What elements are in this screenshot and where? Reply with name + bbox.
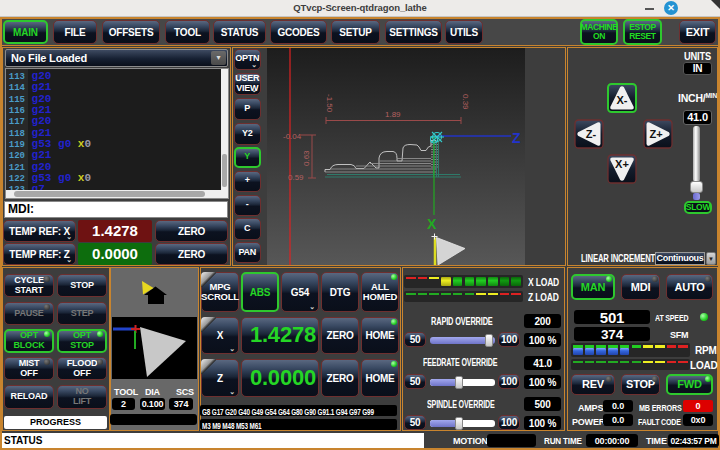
svg-text:X+: X+ [615, 158, 629, 170]
svg-text:Z-: Z- [586, 128, 597, 140]
svg-text:1.89: 1.89 [385, 110, 401, 119]
svg-text:X: X [427, 216, 437, 232]
svg-text:0.39: 0.39 [461, 94, 470, 110]
svg-text:Z: Z [512, 130, 521, 146]
svg-text:-1.50: -1.50 [325, 94, 334, 113]
svg-text:X-: X- [617, 94, 628, 106]
svg-text:0.63: 0.63 [302, 150, 311, 166]
svg-text:-0.04: -0.04 [283, 132, 302, 141]
svg-text:Z+: Z+ [649, 128, 662, 140]
svg-text:0.59: 0.59 [288, 173, 304, 182]
